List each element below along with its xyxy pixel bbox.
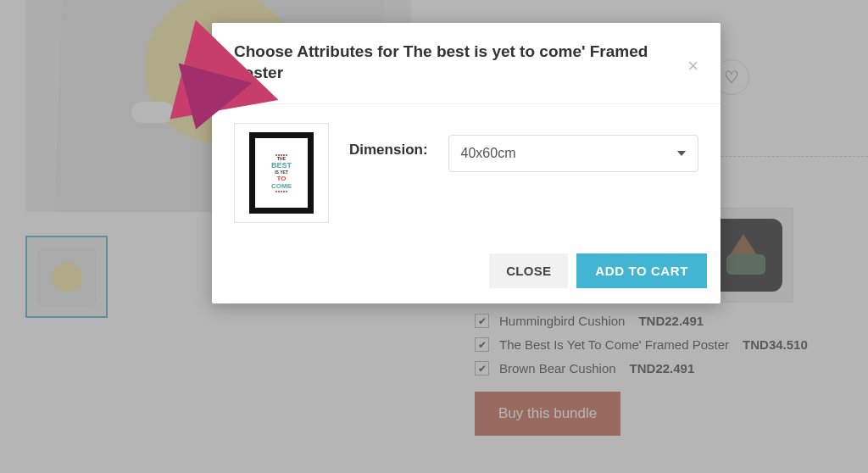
close-button[interactable]: CLOSE [489,253,568,288]
poster-art: THE BEST IS YET TO COME [255,138,308,208]
modal-overlay[interactable]: Choose Attributes for The best is yet to… [0,0,868,473]
dimension-value: 40x60cm [461,146,516,161]
modal-body: THE BEST IS YET TO COME Dimension: 40x60… [212,104,721,242]
dimension-select[interactable]: 40x60cm [448,135,698,172]
poster-word: BEST [271,162,292,170]
modal-footer: CLOSE ADD TO CART [212,242,721,303]
modal-header: Choose Attributes for The best is yet to… [212,23,721,104]
poster-frame: THE BEST IS YET TO COME [249,132,314,214]
add-to-cart-button[interactable]: ADD TO CART [576,253,707,288]
chevron-down-icon [677,151,686,156]
attribute-thumbnail: THE BEST IS YET TO COME [234,123,329,223]
attribute-label: Dimension: [349,142,428,159]
poster-word: TO [277,175,287,182]
poster-word: COME [271,183,292,190]
modal-title: Choose Attributes for The best is yet to… [234,42,687,83]
attributes-modal: Choose Attributes for The best is yet to… [212,23,721,303]
close-icon[interactable]: × [687,57,698,75]
